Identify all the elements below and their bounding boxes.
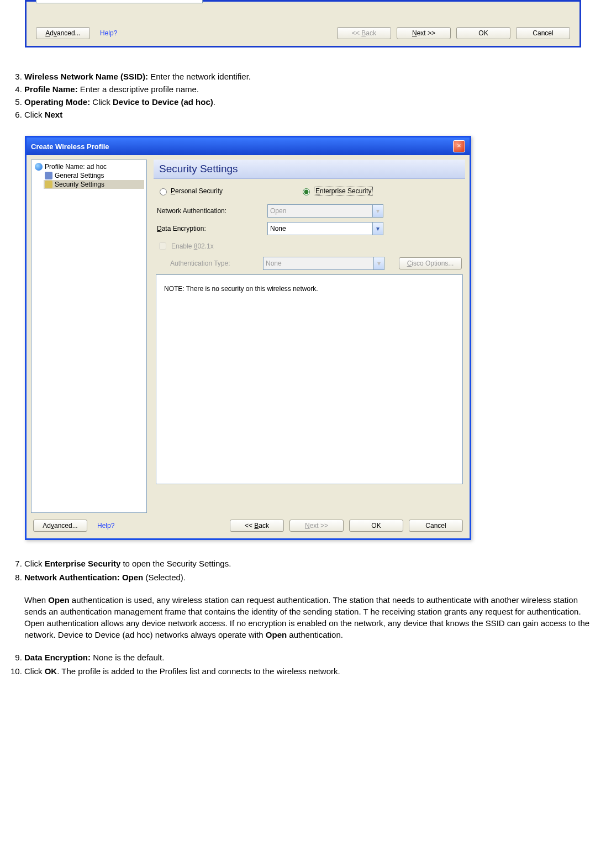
- ok-button[interactable]: OK: [349, 520, 403, 532]
- note-box: NOTE: There is no security on this wirel…: [156, 274, 463, 484]
- cancel-button[interactable]: Cancel: [516, 27, 570, 39]
- dialog-titlebar: Create Wireless Profile ×: [27, 137, 470, 155]
- dialog-title: Create Wireless Profile: [31, 142, 109, 151]
- chevron-down-icon[interactable]: ▾: [372, 223, 383, 235]
- next-button[interactable]: Next >>: [397, 27, 451, 39]
- radio-personal[interactable]: Personal Security: [157, 187, 223, 195]
- partial-input-box[interactable]: [36, 0, 203, 3]
- chevron-down-icon: ▾: [372, 205, 383, 217]
- help-link[interactable]: Help?: [100, 29, 117, 37]
- nav-security[interactable]: Security Settings: [44, 180, 144, 189]
- next-button: Next >>: [289, 520, 344, 532]
- content-pane: Security Settings Personal Security Ente…: [147, 155, 470, 517]
- lock-icon: [45, 181, 52, 188]
- step-5: Operating Mode: Click Device to Device (…: [24, 96, 584, 108]
- step-9: Data Encryption: None is the default.: [24, 652, 595, 663]
- advanced-button[interactable]: Advanced...: [33, 520, 87, 532]
- chevron-down-icon: ▾: [373, 257, 384, 269]
- label-auth-type: Authentication Type:: [170, 260, 259, 267]
- select-data-enc[interactable]: None▾: [267, 222, 383, 235]
- step-8: Network Authentication: Open (Selected).…: [24, 571, 595, 641]
- step-4: Profile Name: Enter a descriptive profil…: [24, 83, 584, 95]
- checkbox-enable-8021x: Enable 802.1x: [157, 241, 462, 251]
- top-dialog-partial: AdvAdvanced...anced... Help? << Back Nex…: [25, 0, 581, 47]
- cancel-button[interactable]: Cancel: [409, 520, 463, 532]
- select-auth-type: None▾: [263, 257, 384, 270]
- section-header: Security Settings: [154, 160, 465, 179]
- advanced-button[interactable]: AdvAdvanced...anced...: [36, 27, 90, 39]
- create-profile-dialog: Create Wireless Profile × Profile Name: …: [25, 136, 471, 540]
- gear-icon: [45, 172, 52, 179]
- step-6: Click Next: [24, 109, 584, 120]
- instruction-list-top: Wireless Network Name (SSID): Enter the …: [8, 71, 584, 120]
- back-button: << Back: [337, 27, 391, 39]
- nav-general[interactable]: General Settings: [44, 171, 144, 180]
- globe-icon: [35, 163, 43, 171]
- radio-enterprise[interactable]: Enterprise Security: [300, 187, 373, 195]
- dialog-button-row: Advanced... Help? << Back Next >> OK Can…: [27, 517, 470, 538]
- label-net-auth: Network Authentication:: [157, 207, 267, 215]
- ok-button[interactable]: OK: [456, 27, 510, 39]
- step-3: Wireless Network Name (SSID): Enter the …: [24, 71, 584, 82]
- cisco-options-button: Cisco Options...: [399, 257, 462, 269]
- nav-profile[interactable]: Profile Name: ad hoc: [34, 162, 144, 171]
- close-icon[interactable]: ×: [453, 140, 465, 152]
- instruction-list-bottom: Click Enterprise Security to open the Se…: [3, 558, 595, 677]
- help-link[interactable]: Help?: [97, 522, 114, 530]
- nav-tree: Profile Name: ad hoc General Settings Se…: [31, 160, 147, 513]
- top-button-row: AdvAdvanced...anced... Help? << Back Nex…: [36, 27, 570, 39]
- select-net-auth: Open▾: [267, 204, 383, 218]
- step-10: Click OK. The profile is added to the Pr…: [24, 665, 595, 677]
- back-button[interactable]: << Back: [230, 520, 284, 532]
- step-7: Click Enterprise Security to open the Se…: [24, 558, 595, 569]
- label-data-enc: Data Encryption:: [157, 225, 267, 232]
